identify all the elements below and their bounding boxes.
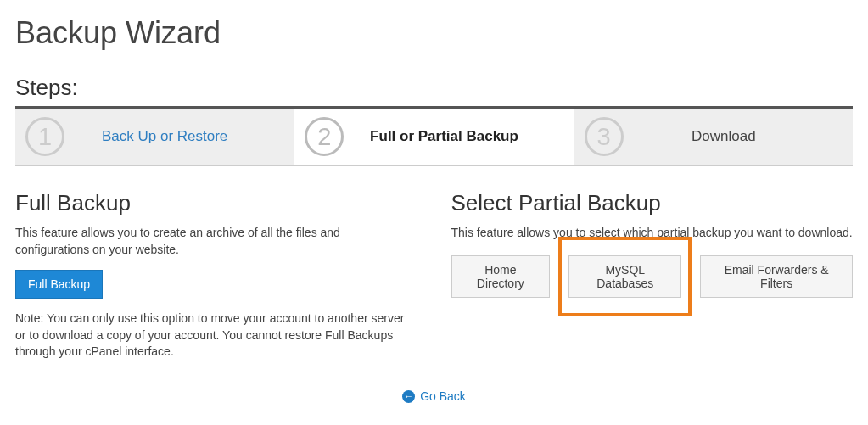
step-3: 3 Download — [574, 109, 853, 165]
step-number-icon: 3 — [585, 117, 624, 156]
steps-heading: Steps: — [15, 75, 853, 101]
step-label: Full or Partial Backup — [359, 128, 563, 145]
page-title: Backup Wizard — [15, 15, 853, 51]
go-back-link[interactable]: ← Go Back — [402, 389, 466, 403]
home-directory-button[interactable]: Home Directory — [451, 255, 551, 298]
partial-backup-buttons: Home Directory MySQL Databases Email For… — [451, 254, 854, 299]
step-label: Download — [639, 128, 843, 145]
full-backup-note: Note: You can only use this option to mo… — [15, 310, 417, 361]
highlight-box: MySQL Databases — [558, 237, 692, 316]
step-number-icon: 2 — [305, 117, 344, 156]
step-label: Back Up or Restore — [80, 128, 283, 145]
partial-backup-section: Select Partial Backup This feature allow… — [451, 190, 854, 361]
full-backup-button[interactable]: Full Backup — [15, 270, 103, 299]
step-number-icon: 1 — [25, 117, 64, 156]
go-back-label: Go Back — [420, 389, 466, 403]
mysql-databases-button[interactable]: MySQL Databases — [568, 255, 681, 298]
full-backup-section: Full Backup This feature allows you to c… — [15, 190, 417, 361]
steps-bar: 1 Back Up or Restore 2 Full or Partial B… — [15, 106, 853, 166]
full-backup-title: Full Backup — [15, 190, 417, 216]
step-1[interactable]: 1 Back Up or Restore — [15, 109, 294, 165]
step-2: 2 Full or Partial Backup — [294, 109, 574, 165]
full-backup-description: This feature allows you to create an arc… — [15, 225, 417, 258]
arrow-left-circle-icon: ← — [402, 390, 415, 403]
email-forwarders-button[interactable]: Email Forwarders & Filters — [700, 255, 853, 298]
partial-backup-title: Select Partial Backup — [451, 190, 854, 216]
